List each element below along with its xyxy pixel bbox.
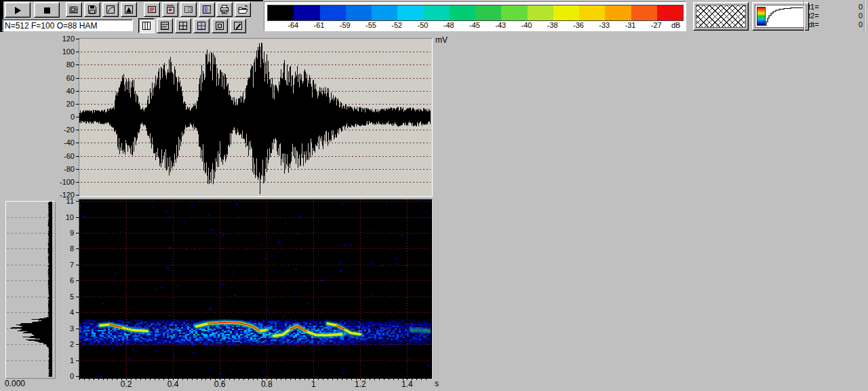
spectrogram-canvas[interactable] bbox=[79, 200, 431, 377]
colorbar-segment bbox=[397, 5, 423, 20]
fft-params-field[interactable] bbox=[2, 19, 133, 31]
time-axis-label: 0.8 bbox=[256, 381, 277, 388]
waveform-canvas[interactable] bbox=[79, 39, 431, 195]
time-axis-label: 0.2 bbox=[116, 381, 136, 388]
colorbar-segment bbox=[579, 5, 605, 20]
colorbar-segment bbox=[475, 5, 501, 20]
window-function-icon bbox=[123, 4, 134, 15]
save-button[interactable] bbox=[84, 2, 100, 17]
colorbar-segment bbox=[346, 5, 372, 20]
color-transfer-button[interactable] bbox=[752, 2, 809, 31]
colorbar-tick-label: -38 bbox=[542, 22, 563, 29]
display-lines-icon bbox=[146, 4, 157, 15]
colorbar-tick-label: -36 bbox=[568, 22, 589, 29]
waveform-y-tick-label: -20 bbox=[49, 126, 75, 134]
colorbar-segment bbox=[605, 5, 631, 20]
waveform-y-tick bbox=[76, 182, 79, 183]
time-axis-label: 1 bbox=[303, 381, 323, 388]
waveform-y-tick bbox=[76, 169, 79, 170]
waveform-y-tick-label: 100 bbox=[49, 48, 75, 56]
timing-label: dt= bbox=[808, 20, 819, 29]
scale-lines-icon: s bbox=[201, 4, 212, 15]
colorbar-tick-label: -27 bbox=[646, 22, 667, 29]
spectrogram-plot[interactable] bbox=[79, 199, 433, 379]
display-settings-button[interactable] bbox=[144, 2, 160, 17]
waveform-y-tick-label: 40 bbox=[49, 88, 75, 95]
spectrogram-settings-icon bbox=[165, 4, 176, 15]
spectrum-sidebar-canvas bbox=[6, 202, 54, 377]
layout-vertical-button[interactable] bbox=[138, 18, 155, 33]
stop-button[interactable] bbox=[34, 2, 60, 18]
separator bbox=[865, 1, 865, 31]
timing-label: t1= bbox=[808, 3, 819, 11]
layout-horizontal-button[interactable] bbox=[157, 18, 173, 33]
waveform-y-tick bbox=[76, 39, 79, 39]
layout-vertical-icon bbox=[141, 20, 152, 31]
spectrogram-y-tick bbox=[76, 248, 79, 249]
colorbar-tick-label: -64 bbox=[283, 22, 303, 29]
colorbar-tick-label: -48 bbox=[439, 22, 459, 29]
waveform-y-tick-label: -60 bbox=[49, 153, 75, 160]
spectrogram-y-tick-label: 10 bbox=[53, 214, 74, 221]
colorbar-segment bbox=[268, 5, 294, 20]
spectrogram-y-tick-label: 4 bbox=[53, 309, 74, 316]
spectrogram-y-tick-label: 2 bbox=[53, 341, 74, 348]
colorbar-tick-label: -31 bbox=[620, 22, 641, 29]
spectrogram-y-tick bbox=[76, 265, 79, 265]
colorbar-segment bbox=[631, 5, 657, 20]
spectrogram-settings-button[interactable] bbox=[162, 2, 178, 17]
cursor-grid-button[interactable] bbox=[193, 18, 210, 33]
separator bbox=[804, 1, 805, 31]
layout-grid-icon bbox=[178, 20, 189, 31]
spectrogram-y-tick-label: 8 bbox=[53, 245, 74, 253]
spectrogram-y-tick bbox=[76, 280, 79, 281]
timing-row: t2=0 bbox=[808, 12, 863, 20]
time-axis-label: 1.4 bbox=[397, 381, 417, 388]
pattern-display-button[interactable] bbox=[693, 2, 749, 31]
colorbar-segment bbox=[553, 5, 579, 20]
waveform-y-tick bbox=[76, 64, 79, 65]
colorbar-tick-label: -40 bbox=[517, 22, 537, 29]
mv-unit-label: mV bbox=[435, 36, 448, 44]
colorbar-tick-label: -45 bbox=[465, 22, 485, 29]
play-button[interactable] bbox=[5, 2, 31, 18]
inner-box-icon bbox=[214, 20, 225, 31]
layout-horizontal-icon bbox=[159, 20, 170, 31]
acquire-button[interactable] bbox=[66, 2, 82, 17]
timing-row: t1=0 bbox=[808, 3, 863, 12]
palette-pattern-button[interactable] bbox=[180, 2, 197, 17]
timing-value: 0 bbox=[859, 20, 863, 29]
spectrogram-y-tick-label: 0 bbox=[53, 373, 74, 380]
colorbar-segment bbox=[501, 5, 527, 20]
spectrogram-y-tick bbox=[76, 376, 79, 377]
save-floppy-icon bbox=[87, 4, 98, 15]
timing-label: t2= bbox=[808, 12, 819, 20]
colorbar-tick-label: -61 bbox=[309, 22, 330, 29]
rainbow-gradient-icon bbox=[757, 7, 766, 26]
db-unit-label: dB bbox=[671, 22, 680, 29]
colorbar-tick-label: -52 bbox=[387, 22, 407, 29]
annotate-button[interactable] bbox=[230, 18, 246, 33]
open-file-button[interactable] bbox=[235, 2, 251, 17]
scale-settings-button[interactable]: s bbox=[199, 2, 215, 17]
time-axis-label: 1.2 bbox=[350, 381, 370, 388]
dither-pattern-icon bbox=[183, 4, 194, 15]
spectrogram-y-tick-label: 9 bbox=[53, 229, 74, 237]
timing-value: 0 bbox=[859, 12, 863, 20]
waveform-y-tick-label: 0 bbox=[49, 113, 75, 121]
edit-pencil-icon bbox=[233, 20, 243, 31]
spectrogram-y-tick bbox=[76, 329, 79, 329]
colorbar-segment bbox=[450, 5, 475, 20]
colorbar-tick-label: -50 bbox=[413, 22, 433, 29]
waveform-plot[interactable] bbox=[79, 38, 433, 197]
printer-icon bbox=[219, 4, 230, 15]
acquire-device-icon bbox=[68, 4, 79, 15]
window-function-button[interactable] bbox=[121, 2, 137, 17]
colorbar-segment bbox=[657, 5, 683, 20]
colorbar-segment bbox=[294, 5, 319, 20]
zoom-box-button[interactable] bbox=[212, 18, 228, 33]
waveform-y-tick bbox=[76, 78, 79, 79]
print-button[interactable] bbox=[216, 2, 233, 17]
gain-curve-button[interactable] bbox=[102, 2, 119, 17]
layout-grid-button[interactable] bbox=[175, 18, 191, 33]
